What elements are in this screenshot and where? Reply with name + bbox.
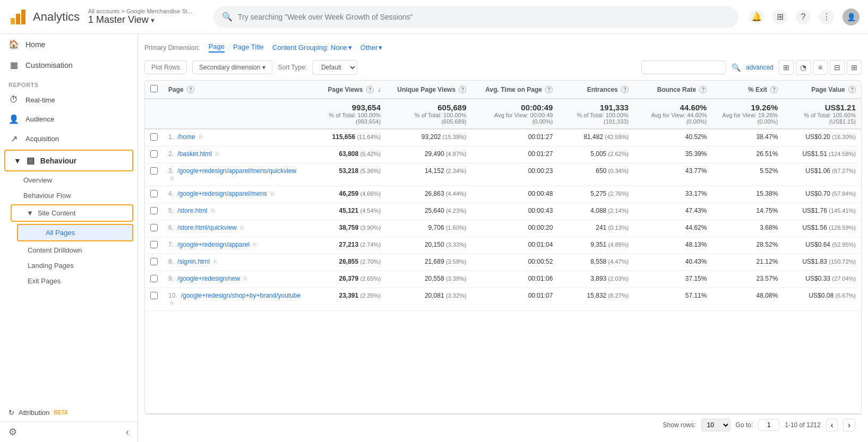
secondary-dimension-button[interactable]: Secondary dimension ▾ bbox=[192, 60, 272, 74]
sidebar-item-behaviour[interactable]: ▼ ▤ Behaviour bbox=[4, 150, 133, 171]
col-page[interactable]: Page ? bbox=[163, 81, 306, 99]
col-avg-time[interactable]: Avg. Time on Page ? bbox=[471, 81, 558, 99]
copy-icon-2[interactable]: ⎘ bbox=[170, 175, 174, 181]
copy-icon-5[interactable]: ⎘ bbox=[240, 224, 244, 231]
collapse-sidebar-icon[interactable]: ‹ bbox=[126, 427, 129, 438]
entrances-info-icon[interactable]: ? bbox=[621, 86, 629, 93]
next-page-button[interactable]: › bbox=[843, 419, 855, 431]
comparison-view-icon[interactable]: ≡ bbox=[813, 60, 828, 75]
col-page-label: Page bbox=[168, 86, 184, 93]
row-checkbox-9[interactable] bbox=[150, 292, 158, 299]
sidebar-item-realtime[interactable]: ⏱ Real-time bbox=[0, 90, 137, 109]
cell-entrances-6: 9,351 (4.89%) bbox=[558, 237, 634, 254]
sidebar-item-acquisition[interactable]: ↗ Acquisition bbox=[0, 129, 137, 149]
audience-icon: 👤 bbox=[8, 114, 19, 124]
copy-icon-0[interactable]: ⎘ bbox=[199, 134, 203, 140]
prev-page-button[interactable]: ‹ bbox=[826, 419, 838, 431]
sidebar-item-customisation[interactable]: ▦ Customisation bbox=[0, 55, 137, 75]
col-bounce-rate[interactable]: Bounce Rate ? bbox=[634, 81, 712, 99]
notification-icon[interactable]: 🔔 bbox=[749, 10, 764, 24]
col-page-views[interactable]: Page Views ? ↓ bbox=[306, 81, 386, 99]
page-link-1[interactable]: /basket.html bbox=[177, 150, 212, 158]
pivot-view-icon[interactable]: ⊟ bbox=[830, 60, 845, 75]
cell-unique-page-views-7: 21,689 (3.58%) bbox=[386, 254, 471, 271]
col-page-views-label: Page Views bbox=[328, 86, 363, 93]
plot-rows-button[interactable]: Plot Rows bbox=[144, 60, 187, 74]
unique-page-views-info-icon[interactable]: ? bbox=[459, 86, 466, 93]
page-views-info-icon[interactable]: ? bbox=[366, 86, 374, 93]
page-link-6[interactable]: /google+redesign/apparel bbox=[177, 241, 250, 248]
sidebar-item-exit-pages[interactable]: Exit Pages bbox=[0, 273, 137, 289]
row-checkbox-1[interactable] bbox=[150, 150, 158, 158]
col-page-value[interactable]: Page Value ? bbox=[783, 81, 861, 99]
copy-icon-6[interactable]: ⎘ bbox=[253, 241, 257, 248]
copy-icon-8[interactable]: ⎘ bbox=[244, 275, 247, 282]
dim-other-dropdown[interactable]: Other ▾ bbox=[360, 44, 383, 51]
pct-exit-info-icon[interactable]: ? bbox=[770, 86, 778, 93]
dim-page-title-link[interactable]: Page Title bbox=[233, 43, 264, 52]
table-search-input[interactable] bbox=[641, 60, 726, 74]
more-options-icon[interactable]: ⋮ bbox=[819, 10, 834, 24]
sidebar-item-home[interactable]: 🏠 Home bbox=[0, 34, 137, 55]
page-link-9[interactable]: /google+redesign/shop+by+brand/youtube bbox=[181, 292, 300, 299]
view-name[interactable]: 1 Master View ▾ bbox=[88, 14, 192, 25]
copy-icon-1[interactable]: ⎘ bbox=[216, 151, 219, 157]
lifecycle-view-icon[interactable]: ⊞ bbox=[847, 60, 862, 75]
table-search-icon[interactable]: 🔍 bbox=[732, 63, 741, 72]
row-checkbox-6[interactable] bbox=[150, 241, 158, 248]
col-unique-page-views[interactable]: Unique Page Views ? bbox=[386, 81, 471, 99]
global-search-bar[interactable]: 🔍 bbox=[213, 6, 738, 28]
audience-label: Audience bbox=[25, 115, 54, 123]
analytics-logo-icon bbox=[8, 7, 28, 27]
page-link-0[interactable]: /home bbox=[177, 133, 195, 141]
sort-type-select[interactable]: Default bbox=[312, 60, 357, 75]
sidebar-item-audience[interactable]: 👤 Audience bbox=[0, 109, 137, 129]
row-checkbox-2[interactable] bbox=[150, 167, 158, 175]
bounce-rate-info-icon[interactable]: ? bbox=[699, 86, 707, 93]
copy-icon-9[interactable]: ⎘ bbox=[170, 300, 174, 306]
help-icon[interactable]: ? bbox=[796, 10, 811, 24]
page-link-2[interactable]: /google+redesign/apparel/mens/quickview bbox=[177, 167, 296, 175]
row-checkbox-8[interactable] bbox=[150, 275, 158, 282]
cell-avg-time-6: 00:01:04 bbox=[471, 237, 558, 254]
sidebar-item-behaviour-flow[interactable]: Behaviour Flow bbox=[0, 188, 137, 203]
copy-icon-4[interactable]: ⎘ bbox=[211, 207, 215, 214]
cell-pct-exit-0: 38.47% bbox=[712, 129, 783, 146]
row-checkbox-5[interactable] bbox=[150, 224, 158, 231]
sidebar-item-content-drilldown[interactable]: Content Drilldown bbox=[0, 242, 137, 258]
sidebar-item-all-pages[interactable]: All Pages bbox=[17, 224, 133, 241]
go-to-page-input[interactable] bbox=[758, 419, 779, 431]
page-link-4[interactable]: /store.html bbox=[177, 207, 207, 214]
sidebar-item-site-content[interactable]: ▼ Site Content bbox=[11, 204, 133, 222]
pie-chart-view-icon[interactable]: ◔ bbox=[796, 60, 811, 75]
search-input[interactable] bbox=[238, 13, 730, 21]
user-avatar[interactable]: 👤 bbox=[843, 8, 860, 25]
dim-page-link[interactable]: Page bbox=[209, 42, 225, 53]
select-all-checkbox[interactable] bbox=[150, 85, 158, 92]
row-checkbox-4[interactable] bbox=[150, 207, 158, 214]
data-table-view-icon[interactable]: ⊞ bbox=[779, 60, 794, 75]
row-checkbox-0[interactable] bbox=[150, 133, 158, 141]
sidebar-item-overview[interactable]: Overview bbox=[0, 172, 137, 188]
col-entrances[interactable]: Entrances ? bbox=[558, 81, 634, 99]
dim-content-grouping-dropdown[interactable]: Content Grouping: None ▾ bbox=[272, 44, 352, 51]
settings-icon[interactable]: ⚙ bbox=[8, 426, 17, 438]
row-checkbox-7[interactable] bbox=[150, 258, 158, 265]
page-link-8[interactable]: /google+redesign/new bbox=[177, 275, 240, 282]
col-pct-exit[interactable]: % Exit ? bbox=[712, 81, 783, 99]
page-info-icon[interactable]: ? bbox=[187, 86, 194, 93]
row-checkbox-3[interactable] bbox=[150, 190, 158, 197]
sidebar-item-landing-pages[interactable]: Landing Pages bbox=[0, 258, 137, 273]
copy-icon-7[interactable]: ⎘ bbox=[213, 258, 217, 265]
advanced-link[interactable]: advanced bbox=[746, 64, 774, 71]
avg-time-info-icon[interactable]: ? bbox=[545, 86, 553, 93]
page-link-3[interactable]: /google+redesign/apparel/mens bbox=[177, 190, 267, 197]
page-value-info-icon[interactable]: ? bbox=[848, 86, 856, 93]
page-link-5[interactable]: /store.html/quickview bbox=[177, 224, 236, 231]
sidebar-item-attribution[interactable]: ↻ Attribution BETA bbox=[0, 404, 137, 421]
acquisition-icon: ↗ bbox=[8, 134, 19, 144]
copy-icon-3[interactable]: ⎘ bbox=[271, 190, 274, 197]
rows-per-page-select[interactable]: 10 25 50 100 bbox=[701, 419, 731, 431]
page-link-7[interactable]: /signin.html bbox=[177, 258, 210, 265]
apps-icon[interactable]: ⊞ bbox=[772, 10, 787, 24]
